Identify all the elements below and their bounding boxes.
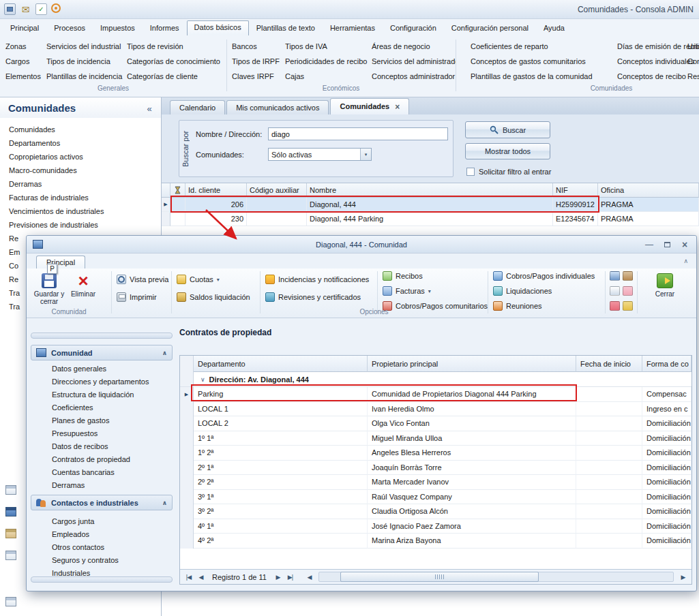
table-row[interactable]: 3º 1ª Raúl Vasquez Company Domiciliación bbox=[180, 490, 691, 505]
sidebar-item-clipped-4[interactable]: Re bbox=[9, 273, 18, 286]
col-header-oficina[interactable]: Oficina bbox=[598, 183, 699, 198]
link-clipped-2[interactable]: Con bbox=[687, 57, 699, 67]
sidebar-item-clipped-6[interactable]: Tra bbox=[9, 300, 20, 313]
tasks-check-icon[interactable]: ✓ bbox=[35, 3, 47, 15]
chevron-down-icon[interactable]: ∨ bbox=[200, 376, 205, 383]
group-row-direccion[interactable]: ∨ Dirección: Av. Diagonal, 444 bbox=[180, 372, 691, 387]
communities-filter-select[interactable]: Sólo activas ▾ bbox=[268, 148, 372, 161]
scroll-right-icon[interactable]: ▶ bbox=[678, 574, 688, 581]
cuotas-button[interactable]: Cuotas▾ bbox=[177, 275, 220, 284]
cerrar-button[interactable]: Cerrar bbox=[646, 270, 684, 316]
col-header-nombre[interactable]: Nombre bbox=[307, 183, 553, 198]
scroll-left-icon[interactable]: ◀ bbox=[304, 574, 314, 581]
link-cargos[interactable]: Cargos bbox=[5, 57, 29, 67]
ribbon-tab-configuracion-personal[interactable]: Configuración personal bbox=[444, 21, 536, 35]
table-row[interactable]: LOCAL 2 Olga Vico Fontan Domiciliación bbox=[180, 416, 691, 431]
tab-calendario[interactable]: Calendario bbox=[170, 100, 225, 114]
ribbon-tab-impuestos[interactable]: Impuestos bbox=[93, 21, 143, 35]
table-row[interactable]: 4º 2ª Marina Ariza Bayona Domiciliación bbox=[180, 534, 691, 549]
ribbon-tab-ayuda[interactable]: Ayuda bbox=[536, 21, 572, 35]
liquidaciones-button[interactable]: Liquidaciones bbox=[493, 286, 552, 296]
sidebar-item-facturas[interactable]: Facturas de industriales bbox=[9, 191, 89, 204]
link-tipos-revision[interactable]: Tipos de revisión bbox=[127, 42, 183, 52]
building-icon[interactable] bbox=[623, 271, 633, 281]
table-row[interactable]: 2º 1ª Joaquín Borràs Torre Domiciliación bbox=[180, 461, 691, 476]
link-zonas[interactable]: Zonas bbox=[5, 42, 27, 52]
nav-item-direcciones[interactable]: Direcciones y departamentos bbox=[31, 375, 173, 388]
link-conceptos-recibo[interactable]: Conceptos de recibo bbox=[617, 72, 686, 82]
table-row[interactable]: LOCAL 1 Ivan Heredia Olmo Ingreso en c bbox=[180, 402, 691, 417]
imprimir-button[interactable]: Imprimir bbox=[117, 292, 157, 302]
envelope-icon[interactable] bbox=[610, 286, 620, 296]
nav-item-derramas[interactable]: Derramas bbox=[31, 479, 173, 492]
link-categorias-cliente[interactable]: Categorías de cliente bbox=[127, 72, 198, 82]
nav-item-coeficientes[interactable]: Coeficientes bbox=[31, 401, 173, 414]
feed-icon[interactable] bbox=[51, 3, 61, 13]
ribbon-tab-configuracion[interactable]: Configuración bbox=[383, 21, 444, 35]
table-row-parking[interactable]: ▶ Parking Comunidad de Propietarios Diag… bbox=[180, 387, 691, 402]
table-row-diagonal-444-parking[interactable]: 230 Diagonal, 444 Parking E12345674 PRAG… bbox=[162, 212, 699, 226]
revisiones-button[interactable]: Revisiones y certificados bbox=[265, 292, 361, 302]
nav-item-estructura[interactable]: Estructura de liquidación bbox=[31, 388, 173, 401]
link-conceptos-individuales[interactable]: Conceptos individuales bbox=[617, 57, 694, 67]
sidebar-item-derramas[interactable]: Derramas bbox=[9, 177, 42, 191]
table-row[interactable]: 1º 1ª Miguel Miranda Ulloa Domiciliación bbox=[180, 431, 691, 446]
ribbon-tab-informes[interactable]: Informes bbox=[143, 21, 187, 35]
nav-item-seguros[interactable]: Seguros y contratos bbox=[31, 554, 173, 567]
ribbon-tab-procesos[interactable]: Procesos bbox=[46, 21, 93, 35]
link-tipos-irpf[interactable]: Tipos de IRPF bbox=[232, 57, 280, 67]
table-row[interactable]: 4º 1ª José Ignacio Paez Zamora Domicilia… bbox=[180, 519, 691, 534]
sidebar-item-clipped-5[interactable]: Tra bbox=[9, 286, 20, 300]
grid-panel-icon-2[interactable] bbox=[5, 597, 16, 606]
report-icon[interactable] bbox=[610, 271, 620, 281]
link-servicios-industrial[interactable]: Servicios del industrial bbox=[46, 42, 121, 52]
link-cajas[interactable]: Cajas bbox=[285, 72, 304, 82]
col-header-nif[interactable]: NIF bbox=[553, 183, 598, 198]
incidencias-button[interactable]: Incidencias y notificaciones bbox=[265, 275, 369, 284]
nav-item-cargos-junta[interactable]: Cargos junta bbox=[31, 515, 173, 528]
ribbon-tab-principal[interactable]: Principal bbox=[3, 21, 46, 35]
link-servicios-administrador[interactable]: Servicios del administrador bbox=[372, 57, 456, 67]
mostrar-todos-button[interactable]: Mostrar todos bbox=[465, 143, 550, 159]
link-clipped-1[interactable]: Unic bbox=[687, 42, 699, 52]
sidebar-item-vencimientos[interactable]: Vencimientos de industriales bbox=[9, 204, 104, 218]
nav-group-contactos[interactable]: Contactos e industriales ∧ bbox=[31, 495, 173, 510]
buscar-button[interactable]: Buscar bbox=[465, 121, 550, 138]
ribbon-tab-herramientas[interactable]: Herramientas bbox=[323, 21, 383, 35]
col-header-forma-cobro[interactable]: Forma de co bbox=[642, 356, 691, 372]
sidebar-item-comunidades[interactable]: Comunidades bbox=[9, 123, 55, 136]
link-bancos[interactable]: Bancos bbox=[232, 42, 257, 52]
dialog-tab-principal[interactable]: Principal bbox=[36, 256, 85, 268]
sidebar-item-clipped-1[interactable]: Re bbox=[9, 232, 18, 245]
link-areas-negocio[interactable]: Áreas de negocio bbox=[372, 42, 430, 52]
link-clipped-3[interactable]: Res bbox=[687, 72, 699, 82]
table-panel-icon[interactable] bbox=[5, 485, 16, 495]
nav-item-presupuestos[interactable]: Presupuestos bbox=[31, 427, 173, 440]
col-header-departamento[interactable]: Departamento bbox=[194, 356, 368, 372]
tab-mis-comunicados[interactable]: Mis comunicados activos bbox=[226, 100, 329, 114]
name-search-input[interactable] bbox=[268, 127, 448, 140]
close-icon[interactable]: × bbox=[677, 238, 692, 250]
nav-item-contratos-propiedad[interactable]: Contratos de propiedad bbox=[31, 453, 173, 466]
sidebar-item-previsiones[interactable]: Previsiones de industriales bbox=[9, 218, 98, 232]
folder-panel-icon[interactable] bbox=[5, 529, 16, 538]
cobros-pagos-individuales-button[interactable]: Cobros/Pagos individuales bbox=[493, 271, 595, 281]
link-categorias-conocimiento[interactable]: Categorías de conocimiento bbox=[127, 57, 220, 67]
sidebar-item-macro[interactable]: Macro-comunidades bbox=[9, 164, 77, 177]
nav-item-cuentas-bancarias[interactable]: Cuentas bancarias bbox=[31, 466, 173, 479]
table-row-diagonal-444[interactable]: ▶ 206 Diagonal, 444 H25990912 PRAGMA bbox=[162, 198, 699, 212]
link-periodicidades[interactable]: Periodicidades de recibo bbox=[285, 57, 367, 67]
nav-item-datos-generales[interactable]: Datos generales bbox=[31, 363, 173, 375]
ribbon-collapse-icon[interactable]: ∧ bbox=[683, 258, 688, 264]
nav-prev-icon[interactable]: ◀ bbox=[196, 574, 206, 581]
ribbon-tab-datos-basicos[interactable]: Datos básicos bbox=[187, 20, 249, 35]
table-row[interactable]: 1º 2ª Angeles Blesa Herreros Domiciliaci… bbox=[180, 446, 691, 461]
sidebar-item-clipped-3[interactable]: Co bbox=[9, 259, 18, 273]
maximize-icon[interactable] bbox=[659, 238, 674, 250]
table-row[interactable]: 3º 2ª Claudia Ortigosa Alcón Domiciliaci… bbox=[180, 504, 691, 519]
minimize-icon[interactable]: — bbox=[642, 238, 657, 250]
piggy-bank-icon[interactable] bbox=[623, 286, 633, 296]
horizontal-scrollbar[interactable] bbox=[318, 572, 674, 582]
link-coeficientes-reparto[interactable]: Coeficientes de reparto bbox=[471, 42, 548, 52]
saldos-liquidacion-button[interactable]: Saldos liquidación bbox=[177, 292, 250, 302]
